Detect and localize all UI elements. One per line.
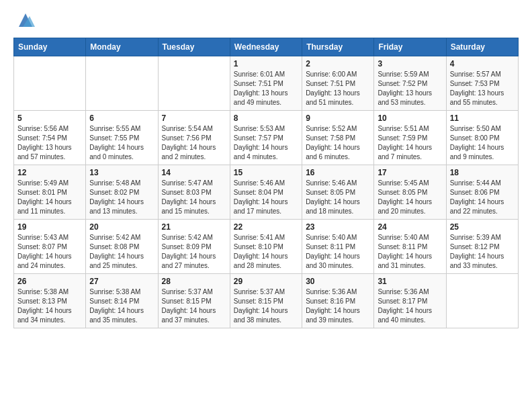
calendar-cell — [86, 56, 158, 111]
page-header — [13, 11, 519, 30]
calendar-week-row: 19Sunrise: 5:43 AM Sunset: 8:07 PM Dayli… — [14, 220, 519, 274]
weekday-header-thursday: Thursday — [302, 38, 374, 56]
calendar-cell: 7Sunrise: 5:54 AM Sunset: 7:56 PM Daylig… — [158, 111, 230, 165]
day-info: Sunrise: 5:40 AM Sunset: 8:11 PM Dayligh… — [378, 233, 442, 271]
calendar-cell: 9Sunrise: 5:52 AM Sunset: 7:58 PM Daylig… — [302, 111, 374, 165]
calendar-table: SundayMondayTuesdayWednesdayThursdayFrid… — [13, 38, 519, 328]
day-info: Sunrise: 5:50 AM Sunset: 8:00 PM Dayligh… — [450, 124, 515, 162]
day-number: 17 — [378, 168, 442, 177]
logo — [13, 11, 35, 30]
weekday-header-friday: Friday — [374, 38, 446, 56]
day-info: Sunrise: 5:45 AM Sunset: 8:05 PM Dayligh… — [378, 179, 442, 216]
calendar-header-row: SundayMondayTuesdayWednesdayThursdayFrid… — [14, 38, 519, 56]
weekday-header-monday: Monday — [86, 38, 158, 56]
calendar-cell: 22Sunrise: 5:41 AM Sunset: 8:10 PM Dayli… — [230, 220, 302, 274]
day-number: 9 — [306, 113, 370, 123]
day-number: 2 — [306, 59, 370, 68]
day-number: 12 — [17, 168, 82, 177]
calendar-week-row: 1Sunrise: 6:01 AM Sunset: 7:51 PM Daylig… — [14, 56, 519, 111]
day-number: 21 — [162, 222, 226, 232]
calendar-cell: 18Sunrise: 5:44 AM Sunset: 8:06 PM Dayli… — [446, 165, 518, 220]
calendar-cell — [158, 56, 230, 111]
day-info: Sunrise: 5:42 AM Sunset: 8:08 PM Dayligh… — [89, 233, 154, 271]
day-info: Sunrise: 5:42 AM Sunset: 8:09 PM Dayligh… — [162, 233, 226, 271]
day-number: 20 — [89, 222, 154, 232]
calendar-cell: 2Sunrise: 6:00 AM Sunset: 7:51 PM Daylig… — [302, 56, 374, 111]
day-number: 30 — [306, 277, 370, 286]
day-number: 29 — [234, 277, 298, 286]
calendar-cell: 27Sunrise: 5:38 AM Sunset: 8:14 PM Dayli… — [86, 274, 158, 328]
calendar-cell: 29Sunrise: 5:37 AM Sunset: 8:15 PM Dayli… — [230, 274, 302, 328]
day-number: 19 — [17, 222, 82, 232]
calendar-cell: 11Sunrise: 5:50 AM Sunset: 8:00 PM Dayli… — [446, 111, 518, 165]
day-info: Sunrise: 5:55 AM Sunset: 7:55 PM Dayligh… — [89, 124, 154, 162]
calendar-cell: 5Sunrise: 5:56 AM Sunset: 7:54 PM Daylig… — [14, 111, 86, 165]
day-info: Sunrise: 5:56 AM Sunset: 7:54 PM Dayligh… — [17, 124, 82, 162]
calendar-cell: 14Sunrise: 5:47 AM Sunset: 8:03 PM Dayli… — [158, 165, 230, 220]
day-number: 18 — [450, 168, 515, 177]
day-info: Sunrise: 5:48 AM Sunset: 8:02 PM Dayligh… — [89, 179, 154, 216]
calendar-cell: 28Sunrise: 5:37 AM Sunset: 8:15 PM Dayli… — [158, 274, 230, 328]
day-info: Sunrise: 5:38 AM Sunset: 8:13 PM Dayligh… — [17, 287, 82, 325]
day-info: Sunrise: 6:01 AM Sunset: 7:51 PM Dayligh… — [234, 70, 298, 107]
day-number: 28 — [162, 277, 226, 286]
day-number: 6 — [89, 113, 154, 123]
day-number: 11 — [450, 113, 515, 123]
day-info: Sunrise: 5:49 AM Sunset: 8:01 PM Dayligh… — [17, 179, 82, 216]
day-number: 24 — [378, 222, 442, 232]
day-number: 22 — [234, 222, 298, 232]
day-info: Sunrise: 5:44 AM Sunset: 8:06 PM Dayligh… — [450, 179, 515, 216]
calendar-cell: 12Sunrise: 5:49 AM Sunset: 8:01 PM Dayli… — [14, 165, 86, 220]
calendar-cell: 3Sunrise: 5:59 AM Sunset: 7:52 PM Daylig… — [374, 56, 446, 111]
calendar-cell: 10Sunrise: 5:51 AM Sunset: 7:59 PM Dayli… — [374, 111, 446, 165]
day-number: 1 — [234, 59, 298, 68]
calendar-cell — [14, 56, 86, 111]
day-info: Sunrise: 5:38 AM Sunset: 8:14 PM Dayligh… — [89, 287, 154, 325]
day-info: Sunrise: 5:52 AM Sunset: 7:58 PM Dayligh… — [306, 124, 370, 162]
calendar-cell: 23Sunrise: 5:40 AM Sunset: 8:11 PM Dayli… — [302, 220, 374, 274]
day-number: 8 — [234, 113, 298, 123]
calendar-cell: 17Sunrise: 5:45 AM Sunset: 8:05 PM Dayli… — [374, 165, 446, 220]
day-number: 27 — [89, 277, 154, 286]
day-number: 10 — [378, 113, 442, 123]
day-number: 5 — [17, 113, 82, 123]
day-info: Sunrise: 5:53 AM Sunset: 7:57 PM Dayligh… — [234, 124, 298, 162]
day-info: Sunrise: 6:00 AM Sunset: 7:51 PM Dayligh… — [306, 70, 370, 107]
calendar-cell: 8Sunrise: 5:53 AM Sunset: 7:57 PM Daylig… — [230, 111, 302, 165]
calendar-cell: 24Sunrise: 5:40 AM Sunset: 8:11 PM Dayli… — [374, 220, 446, 274]
calendar-cell: 1Sunrise: 6:01 AM Sunset: 7:51 PM Daylig… — [230, 56, 302, 111]
day-info: Sunrise: 5:47 AM Sunset: 8:03 PM Dayligh… — [162, 179, 226, 216]
day-number: 26 — [17, 277, 82, 286]
logo-icon — [16, 11, 35, 30]
day-info: Sunrise: 5:57 AM Sunset: 7:53 PM Dayligh… — [450, 70, 515, 107]
day-info: Sunrise: 5:54 AM Sunset: 7:56 PM Dayligh… — [162, 124, 226, 162]
day-info: Sunrise: 5:40 AM Sunset: 8:11 PM Dayligh… — [306, 233, 370, 271]
calendar-cell: 30Sunrise: 5:36 AM Sunset: 8:16 PM Dayli… — [302, 274, 374, 328]
day-info: Sunrise: 5:59 AM Sunset: 7:52 PM Dayligh… — [378, 70, 442, 107]
day-number: 7 — [162, 113, 226, 123]
day-info: Sunrise: 5:41 AM Sunset: 8:10 PM Dayligh… — [234, 233, 298, 271]
day-number: 13 — [89, 168, 154, 177]
calendar-cell: 20Sunrise: 5:42 AM Sunset: 8:08 PM Dayli… — [86, 220, 158, 274]
day-info: Sunrise: 5:36 AM Sunset: 8:17 PM Dayligh… — [378, 287, 442, 325]
calendar-cell: 25Sunrise: 5:39 AM Sunset: 8:12 PM Dayli… — [446, 220, 518, 274]
weekday-header-sunday: Sunday — [14, 38, 86, 56]
day-info: Sunrise: 5:46 AM Sunset: 8:04 PM Dayligh… — [234, 179, 298, 216]
day-info: Sunrise: 5:36 AM Sunset: 8:16 PM Dayligh… — [306, 287, 370, 325]
day-number: 14 — [162, 168, 226, 177]
day-number: 4 — [450, 59, 515, 68]
calendar-week-row: 26Sunrise: 5:38 AM Sunset: 8:13 PM Dayli… — [14, 274, 519, 328]
day-number: 25 — [450, 222, 515, 232]
calendar-week-row: 12Sunrise: 5:49 AM Sunset: 8:01 PM Dayli… — [14, 165, 519, 220]
calendar-cell: 16Sunrise: 5:46 AM Sunset: 8:05 PM Dayli… — [302, 165, 374, 220]
day-info: Sunrise: 5:46 AM Sunset: 8:05 PM Dayligh… — [306, 179, 370, 216]
day-number: 23 — [306, 222, 370, 232]
calendar-cell: 6Sunrise: 5:55 AM Sunset: 7:55 PM Daylig… — [86, 111, 158, 165]
calendar-cell: 21Sunrise: 5:42 AM Sunset: 8:09 PM Dayli… — [158, 220, 230, 274]
day-info: Sunrise: 5:43 AM Sunset: 8:07 PM Dayligh… — [17, 233, 82, 271]
calendar-week-row: 5Sunrise: 5:56 AM Sunset: 7:54 PM Daylig… — [14, 111, 519, 165]
day-info: Sunrise: 5:39 AM Sunset: 8:12 PM Dayligh… — [450, 233, 515, 271]
day-number: 16 — [306, 168, 370, 177]
day-info: Sunrise: 5:37 AM Sunset: 8:15 PM Dayligh… — [162, 287, 226, 325]
weekday-header-wednesday: Wednesday — [230, 38, 302, 56]
